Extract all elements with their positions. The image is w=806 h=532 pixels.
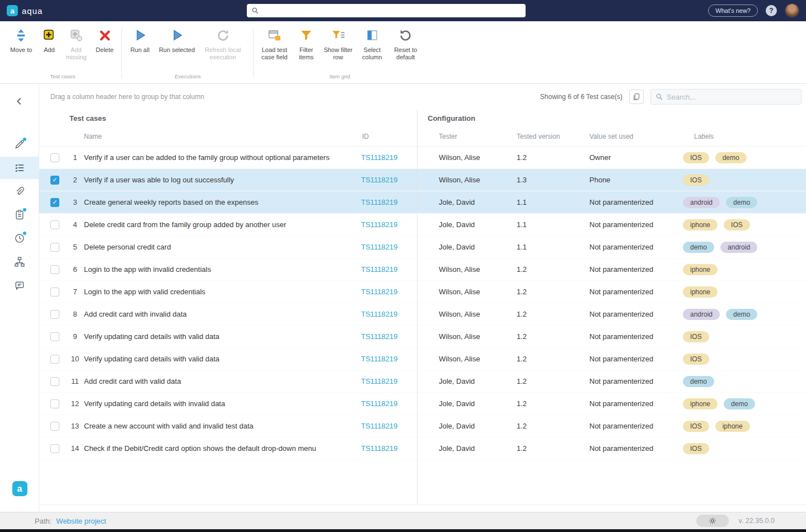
run-selected-button[interactable]: Run selected	[157, 27, 197, 54]
global-search[interactable]	[247, 4, 526, 17]
tested-version-cell: 1.2	[517, 288, 589, 296]
test-case-id-link[interactable]: TS1118219	[361, 153, 397, 162]
row-checkbox[interactable]	[50, 444, 59, 453]
table-row[interactable]: 4Delete credit card from the family grou…	[39, 214, 806, 236]
group-header-configuration[interactable]: Configuration	[417, 114, 475, 123]
table-row[interactable]: 11Add credit card with valid dataTS11182…	[39, 370, 806, 393]
test-case-id-link[interactable]: TS1118219	[361, 332, 397, 341]
test-case-id-link[interactable]: TS1118219	[361, 265, 397, 274]
table-row[interactable]: 14Check if the Debit/Credit card option …	[39, 437, 806, 460]
sidebar-item-history[interactable]	[0, 227, 39, 249]
table-row[interactable]: 6Login to the app with invalid credentia…	[39, 258, 806, 281]
row-drag-handle[interactable]	[39, 198, 49, 206]
row-number: 9	[66, 332, 84, 341]
row-checkbox[interactable]	[50, 198, 59, 207]
delete-button[interactable]: Delete	[92, 27, 118, 54]
global-search-input[interactable]	[263, 7, 521, 15]
table-row[interactable]: 7Login to the app with valid credentials…	[39, 281, 806, 303]
tested-version-cell: 1.1	[517, 198, 589, 206]
table-row[interactable]: 3Create general weekly reports based on …	[39, 191, 806, 214]
settings-button[interactable]	[696, 515, 729, 527]
test-case-name: Verify updating card details with valid …	[84, 332, 361, 341]
test-case-id-link[interactable]: TS1118219	[361, 198, 397, 206]
grid-search[interactable]	[650, 89, 802, 105]
table-row[interactable]: 10Verify updating card details with vali…	[39, 348, 806, 370]
table-row[interactable]: 9Verify updating card details with valid…	[39, 326, 806, 348]
test-case-id-cell: TS1118219	[361, 243, 417, 251]
row-checkbox[interactable]	[50, 220, 59, 229]
test-case-id-link[interactable]: TS1118219	[361, 220, 397, 229]
row-checkbox[interactable]	[50, 288, 59, 296]
test-case-id-link[interactable]: TS1118219	[361, 243, 397, 251]
row-checkbox[interactable]	[50, 355, 59, 364]
row-checkbox[interactable]	[50, 176, 59, 185]
table-row[interactable]: 8Add credit card with invalid dataTS1118…	[39, 303, 806, 326]
sidebar-collapse-button[interactable]	[0, 95, 39, 107]
ribbon-group-label: Test cases	[8, 73, 118, 83]
test-case-id-link[interactable]: TS1118219	[361, 422, 397, 430]
app-window: aqua What's new? ? Move to	[0, 0, 806, 532]
help-button[interactable]: ?	[766, 5, 777, 16]
row-checkbox[interactable]	[50, 332, 59, 341]
grid-search-input[interactable]	[667, 93, 796, 101]
sidebar-item-test-case-list[interactable]	[0, 157, 39, 179]
move-to-button[interactable]: Move to	[8, 27, 35, 54]
checklist-icon	[14, 162, 25, 173]
select-column-button[interactable]: Select column	[358, 27, 386, 61]
ribbon-group-test-cases: Move to Add Add missing	[8, 21, 122, 83]
table-row[interactable]: 12Verify updating card details with inva…	[39, 393, 806, 415]
row-drag-handle[interactable]	[39, 176, 49, 184]
test-case-id-link[interactable]: TS1118219	[361, 176, 397, 184]
sidebar-item-tasks[interactable]	[0, 204, 39, 226]
test-case-id-link[interactable]: TS1118219	[361, 310, 397, 318]
filter-items-button[interactable]: Filter items	[294, 27, 318, 61]
top-bar: aqua What's new? ?	[0, 0, 806, 21]
column-header-name[interactable]: Name	[84, 133, 361, 140]
copy-button[interactable]	[629, 90, 644, 104]
table-row[interactable]: 13Create a new account with valid and in…	[39, 415, 806, 437]
sitemap-icon	[14, 256, 25, 267]
test-case-name: Verify if a user can be added to the fam…	[84, 153, 361, 162]
table-row[interactable]: 5Delete personal credit cardTS1118219Jol…	[39, 236, 806, 258]
group-by-hint[interactable]: Drag a column header here to group by th…	[50, 93, 204, 101]
reset-to-default-button[interactable]: Reset to default	[390, 27, 421, 61]
label-chip: IOS	[683, 331, 709, 342]
value-set-used-cell: Not paramenterized	[589, 265, 683, 274]
test-case-id-link[interactable]: TS1118219	[361, 399, 397, 408]
row-checkbox[interactable]	[50, 399, 59, 408]
sidebar-item-hierarchy[interactable]	[0, 251, 39, 273]
column-header-tester[interactable]: Tester	[439, 133, 517, 140]
value-set-used-cell: Phone	[589, 176, 683, 184]
add-button[interactable]: Add	[38, 27, 60, 54]
test-case-id-link[interactable]: TS1118219	[361, 355, 397, 363]
row-checkbox[interactable]	[50, 153, 59, 162]
row-checkbox[interactable]	[50, 377, 59, 386]
table-row[interactable]: 2Verify if a user was able to log out su…	[39, 169, 806, 191]
label-chip: iphone	[683, 398, 718, 409]
row-checkbox[interactable]	[50, 243, 59, 252]
column-header-labels[interactable]: Labels	[683, 133, 806, 140]
load-test-case-field-button[interactable]: Load test case field	[258, 27, 291, 61]
user-avatar[interactable]	[785, 3, 799, 18]
refresh-local-execution-button[interactable]: Refresh local execution	[200, 27, 245, 61]
sidebar-item-comments[interactable]	[0, 274, 39, 296]
project-path-link[interactable]: Website project	[56, 517, 106, 525]
row-number: 8	[66, 310, 84, 318]
run-all-button[interactable]: Run all	[126, 27, 153, 54]
test-case-id-link[interactable]: TS1118219	[361, 444, 397, 453]
group-header-test-cases[interactable]: Test cases	[39, 114, 417, 123]
add-missing-button[interactable]: Add missing	[64, 27, 88, 61]
show-filter-row-button[interactable]: Show filter row	[322, 27, 355, 61]
column-header-id[interactable]: ID	[361, 133, 417, 140]
sidebar-item-edit[interactable]	[0, 133, 39, 156]
row-checkbox[interactable]	[50, 265, 59, 274]
row-checkbox[interactable]	[50, 310, 59, 319]
sidebar-item-attachments[interactable]	[0, 180, 39, 203]
whats-new-button[interactable]: What's new?	[708, 4, 758, 17]
test-case-id-link[interactable]: TS1118219	[361, 288, 397, 296]
column-header-value-set-used[interactable]: Value set used	[589, 133, 683, 140]
table-row[interactable]: 1Verify if a user can be added to the fa…	[39, 147, 806, 169]
column-header-tested-version[interactable]: Tested version	[517, 133, 589, 140]
row-checkbox[interactable]	[50, 422, 59, 431]
test-case-id-link[interactable]: TS1118219	[361, 377, 397, 385]
